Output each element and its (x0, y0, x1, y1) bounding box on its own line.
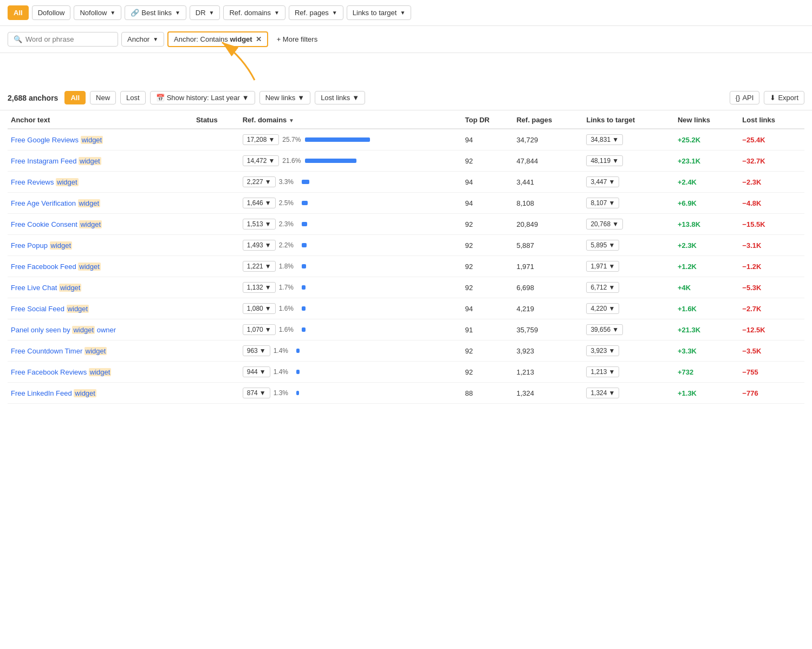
anchor-link[interactable]: Free LinkedIn Feed widget (11, 389, 96, 397)
filter-all-btn[interactable]: All (8, 5, 29, 20)
anchor-link[interactable]: Free Age Verification widget (11, 199, 100, 207)
ref-domains-btn[interactable]: 1,132 ▼ (243, 282, 276, 293)
ref-pages-cell: 3,923 (513, 340, 583, 362)
filter-dofollow-btn[interactable]: Dofollow (32, 5, 71, 20)
links-to-target-btn[interactable]: 20,768 ▼ (586, 219, 623, 230)
anchor-link[interactable]: Free Instagram Feed widget (11, 157, 101, 165)
ref-domains-btn[interactable]: 1,080 ▼ (243, 303, 276, 314)
new-links-cell: +4K (674, 277, 739, 298)
bar-cell (302, 306, 306, 311)
api-btn[interactable]: {} API (730, 91, 760, 104)
links-to-target-btn[interactable]: 8,107 ▼ (586, 198, 619, 208)
bar (302, 306, 306, 311)
links-to-target-btn[interactable]: 4,220 ▼ (586, 303, 619, 314)
top-dr-cell: 92 (462, 277, 513, 298)
filter-dr-btn[interactable]: DR ▼ (190, 5, 220, 20)
status-cell (193, 383, 239, 404)
links-to-target-btn[interactable]: 5,895 ▼ (586, 240, 619, 251)
new-links-btn[interactable]: New links ▼ (259, 91, 311, 104)
lost-links-btn[interactable]: Lost links ▼ (315, 91, 365, 104)
tab-all[interactable]: All (64, 91, 86, 104)
chevron-down-icon: ▼ (259, 389, 266, 397)
chevron-down-icon: ▼ (608, 368, 615, 376)
anchor-link[interactable]: Free Social Feed widget (11, 305, 89, 313)
bar-cell (302, 180, 309, 184)
chevron-down-icon: ▼ (608, 389, 615, 397)
chevron-down-icon: ▼ (608, 241, 615, 249)
lost-links-value: −15.5K (742, 220, 765, 228)
ref-domains-btn[interactable]: 2,227 ▼ (243, 176, 276, 187)
bar-cell (305, 137, 370, 142)
links-to-target-btn[interactable]: 39,656 ▼ (586, 324, 623, 335)
links-to-target-btn[interactable]: 6,712 ▼ (586, 282, 619, 293)
anchor-text-cell: Free Google Reviews widget (8, 129, 193, 150)
table-row: Free Live Chat widget 1,132 ▼ 1.7% 926,6… (8, 277, 804, 298)
search-input[interactable] (25, 35, 112, 43)
ref-domains-value: 1,513 (247, 220, 263, 228)
links-to-target-cell: 1,971 ▼ (583, 256, 674, 277)
chevron-down-icon: ▼ (259, 368, 266, 376)
links-to-target-btn[interactable]: 1,324 ▼ (586, 388, 619, 398)
anchor-dropdown-btn[interactable]: Anchor ▼ (121, 32, 164, 47)
new-links-cell: +13.8K (674, 214, 739, 235)
links-to-target-btn[interactable]: 34,831 ▼ (586, 134, 623, 145)
anchor-link[interactable]: Free Live Chat widget (11, 284, 81, 292)
anchor-link[interactable]: Free Facebook Reviews widget (11, 368, 111, 376)
chevron-down-icon: ▼ (608, 284, 615, 291)
anchor-link[interactable]: Free Countdown Timer widget (11, 347, 107, 355)
ref-domains-btn[interactable]: 14,472 ▼ (243, 155, 280, 166)
show-history-btn[interactable]: 📅 Show history: Last year ▼ (150, 91, 255, 104)
ref-domains-btn[interactable]: 963 ▼ (243, 345, 270, 356)
filter-best-links-btn[interactable]: 🔗 Best links ▼ (125, 5, 186, 20)
anchor-link[interactable]: Free Google Reviews widget (11, 136, 103, 144)
ref-domains-pct: 2.2% (279, 241, 298, 249)
anchor-link[interactable]: Free Reviews widget (11, 178, 79, 186)
ref-pages-cell: 1,971 (513, 256, 583, 277)
ref-domains-value: 1,493 (247, 241, 263, 249)
ref-domains-btn[interactable]: 1,646 ▼ (243, 198, 276, 208)
ref-domains-cell: 874 ▼ 1.3% (239, 383, 462, 404)
links-to-target-btn[interactable]: 1,971 ▼ (586, 261, 619, 272)
ref-domains-btn[interactable]: 1,070 ▼ (243, 324, 276, 335)
new-links-cell: +2.4K (674, 172, 739, 193)
ref-domains-value: 1,221 (247, 263, 263, 270)
ref-pages-cell: 20,849 (513, 214, 583, 235)
anchor-link[interactable]: Free Cookie Consent widget (11, 220, 102, 228)
bar (296, 391, 299, 395)
filter-links-to-target-btn[interactable]: Links to target ▼ (347, 5, 412, 20)
ref-domains-btn[interactable]: 1,513 ▼ (243, 219, 276, 230)
ref-pages-cell: 8,108 (513, 193, 583, 214)
tab-lost[interactable]: Lost (120, 91, 146, 104)
links-to-target-btn[interactable]: 48,119 ▼ (586, 155, 623, 166)
ref-domains-pct: 1.6% (279, 326, 298, 333)
filter-ref-domains-btn[interactable]: Ref. domains ▼ (223, 5, 285, 20)
anchor-text-cell: Panel only seen by widget owner (8, 319, 193, 340)
chevron-down-icon: ▼ (265, 220, 271, 228)
filter-nofollow-btn[interactable]: Nofollow ▼ (74, 5, 121, 20)
ref-domains-pct: 21.6% (282, 157, 302, 165)
ref-domains-btn[interactable]: 944 ▼ (243, 366, 270, 377)
top-dr-cell: 92 (462, 214, 513, 235)
anchor-link[interactable]: Free Popup widget (11, 241, 72, 250)
chevron-down-icon: ▼ (265, 263, 271, 270)
chevron-down-icon: ▼ (608, 199, 615, 207)
col-ref-domains[interactable]: Ref. domains ▼ (239, 110, 462, 129)
sub-header: 2,688 anchors All New Lost 📅 Show histor… (0, 86, 812, 110)
anchor-link[interactable]: Free Facebook Feed widget (11, 263, 101, 271)
ref-domains-btn[interactable]: 17,208 ▼ (243, 134, 280, 145)
col-links-to-target: Links to target (583, 110, 674, 129)
ref-domains-btn[interactable]: 1,221 ▼ (243, 261, 276, 272)
ref-domains-btn[interactable]: 874 ▼ (243, 388, 270, 398)
ref-domains-btn[interactable]: 1,493 ▼ (243, 240, 276, 251)
filter-ref-pages-btn[interactable]: Ref. pages ▼ (289, 5, 343, 20)
links-to-target-value: 34,831 (590, 136, 610, 143)
tab-new[interactable]: New (90, 91, 116, 104)
anchor-link[interactable]: Panel only seen by widget owner (11, 326, 116, 334)
table-row: Free Google Reviews widget 17,208 ▼ 25.7… (8, 129, 804, 150)
chevron-down-icon: ▼ (242, 94, 249, 102)
search-box[interactable]: 🔍 (8, 32, 118, 47)
links-to-target-btn[interactable]: 3,923 ▼ (586, 345, 619, 356)
links-to-target-btn[interactable]: 1,213 ▼ (586, 366, 619, 377)
links-to-target-btn[interactable]: 3,447 ▼ (586, 176, 619, 187)
export-btn[interactable]: ⬇ Export (764, 91, 804, 104)
